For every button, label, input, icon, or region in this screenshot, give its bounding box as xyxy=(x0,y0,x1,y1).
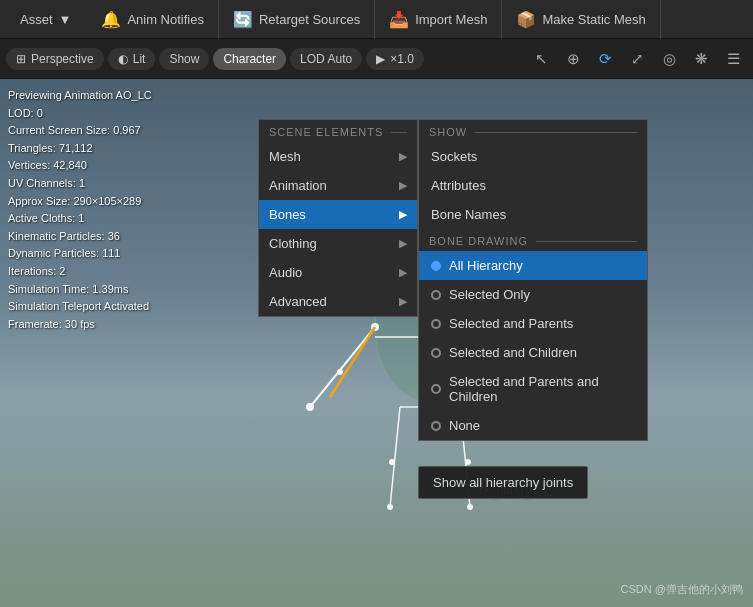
show-button[interactable]: Show xyxy=(159,48,209,70)
svg-line-1 xyxy=(310,327,375,407)
bone-label: rk_hand_l xyxy=(480,483,533,497)
svg-point-15 xyxy=(465,459,471,465)
svg-line-13 xyxy=(460,407,470,507)
asset-dropdown-icon: ▼ xyxy=(59,12,72,27)
svg-point-16 xyxy=(387,504,393,510)
retarget-icon: 🔄 xyxy=(233,10,253,29)
camera-icon-btn[interactable]: ◎ xyxy=(655,45,683,73)
make-static-mesh-button[interactable]: 📦 Make Static Mesh xyxy=(502,0,660,39)
lit-label: Lit xyxy=(133,52,146,66)
scene-elements-header: Scene Elements xyxy=(259,120,417,142)
menu-item-mesh[interactable]: Mesh ▶ xyxy=(259,142,417,171)
svg-point-17 xyxy=(467,504,473,510)
lod-label: LOD Auto xyxy=(300,52,352,66)
import-mesh-button[interactable]: 📥 Import Mesh xyxy=(375,0,502,39)
show-label: Show xyxy=(169,52,199,66)
animation-arrow-icon: ▶ xyxy=(399,179,407,192)
svg-point-8 xyxy=(517,369,523,375)
info-line-5: Vertices: 42,840 xyxy=(8,157,152,175)
retarget-sources-button[interactable]: 🔄 Retarget Sources xyxy=(219,0,375,39)
import-mesh-label: Import Mesh xyxy=(415,12,487,27)
rotate-icon-btn[interactable]: ⟳ xyxy=(591,45,619,73)
info-line-11: Iterations: 2 xyxy=(8,263,152,281)
info-line-2: LOD: 0 xyxy=(8,105,152,123)
top-toolbar: Asset ▼ 🔔 Anim Notifies 🔄 Retarget Sourc… xyxy=(0,0,753,39)
info-line-3: Current Screen Size: 0.967 xyxy=(8,122,152,140)
menu-item-clothing[interactable]: Clothing ▶ xyxy=(259,229,417,258)
info-panel: Previewing Animation AO_LC LOD: 0 Curren… xyxy=(8,87,152,333)
menu-item-animation[interactable]: Animation ▶ xyxy=(259,171,417,200)
info-line-12: Simulation Time: 1.39ms xyxy=(8,281,152,299)
info-line-6: UV Channels: 1 xyxy=(8,175,152,193)
anim-notifies-label: Anim Notifies xyxy=(127,12,204,27)
bell-icon: 🔔 xyxy=(101,10,121,29)
menu-item-advanced[interactable]: Advanced ▶ xyxy=(259,287,417,316)
info-line-8: Active Cloths: 1 xyxy=(8,210,152,228)
anim-notifies-button[interactable]: 🔔 Anim Notifies xyxy=(87,0,219,39)
info-line-10: Dynamic Particles: 111 xyxy=(8,245,152,263)
lit-icon: ◐ xyxy=(118,52,128,66)
settings-icon-btn[interactable]: ❋ xyxy=(687,45,715,73)
info-line-14: Framerate: 30 fps xyxy=(8,316,152,334)
mesh-arrow-icon: ▶ xyxy=(399,150,407,163)
info-line-13: Simulation Teleport Activated xyxy=(8,298,152,316)
svg-line-2 xyxy=(485,327,550,407)
clothing-arrow-icon: ▶ xyxy=(399,237,407,250)
retarget-sources-label: Retarget Sources xyxy=(259,12,360,27)
perspective-label: Perspective xyxy=(31,52,94,66)
svg-line-20 xyxy=(330,327,375,397)
view-toolbar: ⊞ Perspective ◐ Lit Show Character LOD A… xyxy=(0,39,753,79)
scale-icon-btn[interactable]: ⤢ xyxy=(623,45,651,73)
svg-point-14 xyxy=(389,459,395,465)
perspective-button[interactable]: ⊞ Perspective xyxy=(6,48,104,70)
static-mesh-icon: 📦 xyxy=(516,10,536,29)
info-line-1: Previewing Animation AO_LC xyxy=(8,87,152,105)
import-icon: 📥 xyxy=(389,10,409,29)
character-label: Character xyxy=(223,52,276,66)
make-static-mesh-label: Make Static Mesh xyxy=(542,12,645,27)
cursor-icon-btn[interactable]: ↖ xyxy=(527,45,555,73)
menu-item-bones[interactable]: Bones ▶ xyxy=(259,200,417,229)
advanced-arrow-icon: ▶ xyxy=(399,295,407,308)
svg-point-9 xyxy=(306,403,314,411)
speed-label: ×1.0 xyxy=(390,52,414,66)
play-icon: ▶ xyxy=(376,52,385,66)
audio-arrow-icon: ▶ xyxy=(399,266,407,279)
info-line-9: Kinematic Particles: 36 xyxy=(8,228,152,246)
bones-arrow-icon: ▶ xyxy=(399,208,407,221)
svg-point-22 xyxy=(427,234,433,240)
asset-label: Asset xyxy=(20,12,53,27)
asset-button[interactable]: Asset ▼ xyxy=(8,0,83,39)
svg-point-7 xyxy=(337,369,343,375)
info-line-7: Approx Size: 290×105×289 xyxy=(8,193,152,211)
lod-button[interactable]: LOD Auto xyxy=(290,48,362,70)
lit-button[interactable]: ◐ Lit xyxy=(108,48,156,70)
speed-button[interactable]: ▶ ×1.0 xyxy=(366,48,424,70)
perspective-icon: ⊞ xyxy=(16,52,26,66)
character-button[interactable]: Character xyxy=(213,48,286,70)
info-line-4: Triangles: 71,112 xyxy=(8,140,152,158)
svg-point-19 xyxy=(426,403,434,411)
svg-line-12 xyxy=(390,407,400,507)
menu-item-audio[interactable]: Audio ▶ xyxy=(259,258,417,287)
translate-icon-btn[interactable]: ⊕ xyxy=(559,45,587,73)
menu-icon-btn[interactable]: ☰ xyxy=(719,45,747,73)
watermark: CSDN @弹吉他的小刘鸭 xyxy=(621,582,743,597)
character-dropdown: Scene Elements Mesh ▶ Animation ▶ Bones … xyxy=(258,119,418,317)
